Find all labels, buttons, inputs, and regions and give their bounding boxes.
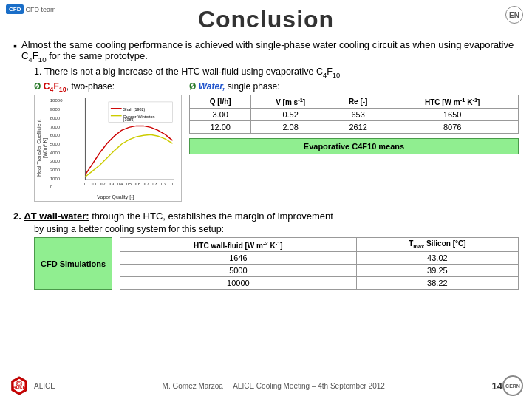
s2-cell-htc3: 10000 <box>120 277 357 290</box>
footer-author: M. Gomez Marzoa <box>163 382 223 390</box>
chart-arrow: Ø <box>34 81 41 92</box>
svg-text:0.5: 0.5 <box>126 183 132 187</box>
cfd-sim-box: CFD Simulations <box>34 237 112 290</box>
section2-sub: by using a better cooling system for thi… <box>34 224 519 234</box>
cell-htc2: 8076 <box>386 121 519 134</box>
s2-col-htc: HTC wall-fluid [W m-2 K-1] <box>120 238 357 252</box>
chart-c4f10: C4F10 <box>44 81 66 92</box>
water-data-table: Q [l/h] V [m s-1] Re [-] HTC [W m-1 K-1]… <box>189 95 519 134</box>
sub-item-1: There is not a big increase of the HTC w… <box>34 66 519 79</box>
chart-title: Ø C4F10, two-phase: <box>34 81 182 93</box>
table-row: 3.00 0.52 653 1650 <box>190 109 519 121</box>
table-row: 5000 39.25 <box>120 265 519 277</box>
section2-table: HTC wall-fluid [W m-2 K-1] Tmax Silicon … <box>120 237 519 290</box>
svg-text:0.4: 0.4 <box>117 183 123 187</box>
cfd-logo-area: CFD CFD team <box>6 4 55 14</box>
chart-svg: 0 0.1 0.2 0.3 0.4 0.5 0.6 0.7 0.8 0.9 1 <box>66 98 180 189</box>
table-row: 1646 43.02 <box>120 252 519 265</box>
bottom-logo: CERN <box>502 375 523 396</box>
cell-re1: 653 <box>330 109 386 121</box>
section2-dt: ΔT wall-water: <box>24 211 89 222</box>
alice-hex-icon: ALICE <box>9 375 30 396</box>
s2-cell-t1: 43.02 <box>356 252 518 265</box>
col-header-v: V [m s-1] <box>251 95 330 109</box>
cell-v1: 0.52 <box>251 109 330 121</box>
svg-text:(1986): (1986) <box>123 118 134 123</box>
section2-num: 2. <box>13 211 21 222</box>
s2-cell-t2: 39.25 <box>356 265 518 277</box>
col-header-htc: HTC [W m-1 K-1] <box>386 95 519 109</box>
cfd-logo: CFD <box>6 4 24 14</box>
water-title: Ø Water, single phase: <box>189 81 519 92</box>
svg-text:0.1: 0.1 <box>92 183 97 187</box>
chart-phase: , two-phase: <box>66 81 115 92</box>
s2-cell-htc1: 1646 <box>120 252 357 265</box>
bullet-1: ▪ Almost the same cooling performance is… <box>13 39 519 64</box>
cell-q2: 12.00 <box>190 121 251 134</box>
svg-text:0.3: 0.3 <box>109 183 114 187</box>
bullet-symbol: ▪ <box>13 40 17 52</box>
col-header-q: Q [l/h] <box>190 95 251 109</box>
cell-htc1: 1650 <box>386 109 519 121</box>
chart-area: Ø C4F10, two-phase: Heat Transfer Coeffi… <box>34 81 182 202</box>
svg-text:1: 1 <box>171 183 174 187</box>
evap-box: Evaporative C4F10 means <box>189 138 519 154</box>
water-arrow: Ø <box>189 81 196 92</box>
language-badge: EN <box>505 6 523 24</box>
cell-re2: 2612 <box>330 121 386 134</box>
svg-text:0: 0 <box>84 183 86 187</box>
section2: 2. ΔT wall-water: through the HTC, estab… <box>13 211 519 290</box>
page-title: Conclusion <box>0 0 532 38</box>
table-row: 10000 38.22 <box>120 277 519 290</box>
svg-text:0.7: 0.7 <box>143 183 149 187</box>
s2-cell-htc2: 5000 <box>120 265 357 277</box>
y-axis-label: Heat Transfer Coefficient[W/m² K] <box>35 95 50 201</box>
col-header-re: Re [-] <box>330 95 386 109</box>
svg-text:0.8: 0.8 <box>152 183 157 187</box>
alice-logo-area: ALICE ALICE <box>9 375 55 396</box>
bullet-1-text: Almost the same cooling performance is a… <box>21 39 519 64</box>
cern-icon: CERN <box>502 375 523 396</box>
chart-plot: 100009000800070006000 500040003000200010… <box>50 95 181 201</box>
svg-text:0.9: 0.9 <box>161 183 166 187</box>
cfd-team-label: CFD team <box>25 6 55 13</box>
section2-content: CFD Simulations HTC wall-fluid [W m-2 K-… <box>34 237 519 290</box>
svg-text:0.2: 0.2 <box>100 183 105 187</box>
chart-box: Heat Transfer Coefficient[W/m² K] 100009… <box>34 95 182 202</box>
main-content: ▪ Almost the same cooling performance is… <box>0 38 532 206</box>
two-col-section: Ø C4F10, two-phase: Heat Transfer Coeffi… <box>34 81 519 202</box>
svg-text:Shah (1982): Shah (1982) <box>123 107 145 112</box>
cell-q1: 3.00 <box>190 109 251 121</box>
svg-text:0.6: 0.6 <box>135 183 140 187</box>
table-row: 12.00 2.08 2612 8076 <box>190 121 519 134</box>
footer-page: 14 <box>492 381 502 392</box>
x-axis-label: Vapor Quality [-] <box>97 194 134 200</box>
section2-title: 2. ΔT wall-water: through the HTC, estab… <box>13 211 519 222</box>
footer-event: ALICE Cooling Meeting – 4th September 20… <box>233 382 385 390</box>
svg-rect-14 <box>109 102 173 123</box>
section2-suffix: through the HTC, establishes the margin … <box>92 211 333 222</box>
right-area: Ø Water, single phase: Q [l/h] V [m s-1]… <box>189 81 519 202</box>
s2-cell-t3: 38.22 <box>356 277 518 290</box>
water-label: Water, <box>199 81 225 92</box>
water-phase: single phase: <box>228 81 280 92</box>
footer-center: M. Gomez Marzoa ALICE Cooling Meeting – … <box>55 382 492 390</box>
cell-v2: 2.08 <box>251 121 330 134</box>
s2-col-tmax: Tmax Silicon [°C] <box>356 238 518 252</box>
footer: ALICE ALICE M. Gomez Marzoa ALICE Coolin… <box>0 372 532 399</box>
alice-label: ALICE <box>34 382 55 390</box>
y-ticks: 100009000800070006000 500040003000200010… <box>50 98 63 189</box>
